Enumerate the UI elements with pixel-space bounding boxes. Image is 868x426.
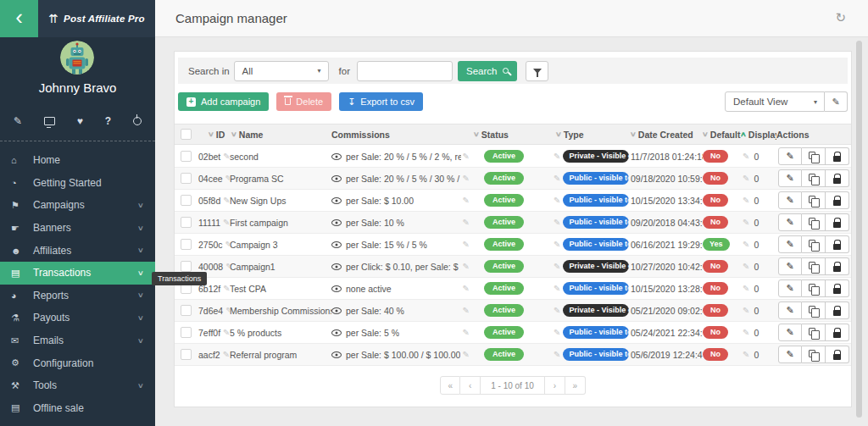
edit-commissions-icon[interactable]: ✎	[463, 196, 470, 205]
sidebar-item-getting-started[interactable]: ◔Getting Started	[0, 172, 155, 195]
edit-button[interactable]: ✎	[778, 346, 802, 363]
pagination-next-button[interactable]: ›	[545, 376, 565, 395]
edit-display-icon[interactable]: ✎	[743, 218, 749, 227]
export-csv-button[interactable]: ↧ Export to csv	[339, 92, 423, 111]
edit-commissions-icon[interactable]: ✎	[463, 306, 470, 315]
edit-button[interactable]: ✎	[778, 213, 802, 231]
sort-icon[interactable]: ∨	[703, 130, 709, 138]
edit-button[interactable]: ✎	[778, 235, 802, 253]
edit-id-icon[interactable]: ✎	[223, 328, 230, 337]
eye-icon[interactable]	[331, 219, 342, 226]
edit-id-icon[interactable]: ✎	[223, 196, 230, 205]
edit-display-icon[interactable]: ✎	[743, 284, 749, 293]
lock-button[interactable]	[826, 257, 849, 275]
edit-id-icon[interactable]: ✎	[223, 218, 230, 227]
edit-button[interactable]: ✎	[778, 147, 802, 165]
sort-icon[interactable]: ∨	[231, 130, 237, 138]
edit-commissions-icon[interactable]: ✎	[463, 284, 470, 293]
row-checkbox[interactable]	[181, 349, 192, 360]
pagination-last-button[interactable]: »	[565, 376, 586, 395]
edit-display-icon[interactable]: ✎	[743, 350, 749, 359]
refresh-icon[interactable]: ↻	[835, 10, 846, 25]
lock-button[interactable]	[826, 213, 849, 231]
copy-button[interactable]	[802, 191, 826, 209]
power-icon[interactable]	[133, 117, 142, 125]
edit-commissions-icon[interactable]: ✎	[463, 152, 470, 161]
sidebar-item-reports[interactable]: ◕Reports∨	[0, 285, 155, 307]
sidebar-item-home[interactable]: ⌂Home	[0, 149, 155, 172]
lock-button[interactable]	[826, 191, 849, 209]
help-icon[interactable]: ?	[105, 115, 111, 127]
edit-commissions-icon[interactable]: ✎	[463, 240, 470, 249]
edit-display-icon[interactable]: ✎	[743, 152, 749, 161]
edit-button[interactable]: ✎	[778, 257, 802, 275]
lock-button[interactable]	[826, 147, 849, 165]
edit-type-icon[interactable]: ✎	[554, 306, 560, 315]
collapse-sidebar-button[interactable]: ‹	[0, 0, 38, 37]
column-header-status[interactable]: Status	[481, 130, 509, 140]
edit-display-icon[interactable]: ✎	[743, 306, 749, 315]
edit-id-icon[interactable]: ✎	[223, 350, 230, 359]
row-checkbox[interactable]	[181, 173, 192, 184]
edit-button[interactable]: ✎	[778, 169, 802, 187]
column-header-default[interactable]: Default	[710, 130, 741, 140]
lock-button[interactable]	[826, 169, 849, 187]
edit-button[interactable]: ✎	[778, 324, 802, 341]
search-button[interactable]: Search	[458, 61, 517, 81]
eye-icon[interactable]	[331, 285, 342, 292]
delete-button[interactable]: Delete	[276, 92, 331, 111]
lock-button[interactable]	[826, 235, 849, 253]
edit-display-icon[interactable]: ✎	[743, 196, 749, 205]
lock-button[interactable]	[826, 324, 849, 341]
sort-icon[interactable]: ∨	[208, 130, 214, 138]
view-select[interactable]: Default View ▾	[725, 91, 825, 112]
sidebar-item-campaigns[interactable]: ⚑Campaigns∨	[0, 194, 155, 217]
sidebar-item-affiliates[interactable]: ☻Affiliates∨	[0, 239, 155, 262]
edit-commissions-icon[interactable]: ✎	[463, 328, 470, 337]
select-all-checkbox[interactable]	[181, 129, 192, 140]
search-input[interactable]	[357, 61, 453, 81]
column-header-display[interactable]: Display	[748, 130, 776, 140]
sidebar-item-payouts[interactable]: ⚗Payouts∨	[0, 307, 155, 329]
edit-display-icon[interactable]: ✎	[743, 262, 749, 271]
edit-type-icon[interactable]: ✎	[554, 196, 560, 205]
row-checkbox[interactable]	[181, 151, 192, 162]
eye-icon[interactable]	[331, 351, 342, 358]
heart-icon[interactable]: ♥	[77, 115, 83, 127]
edit-type-icon[interactable]: ✎	[554, 284, 560, 293]
edit-button[interactable]: ✎	[778, 191, 802, 209]
row-checkbox[interactable]	[181, 195, 192, 206]
sort-ascending-icon[interactable]: ∧	[741, 130, 747, 138]
sort-icon[interactable]: ∨	[630, 130, 637, 138]
sort-icon[interactable]: ∨	[473, 130, 480, 138]
row-checkbox[interactable]	[181, 239, 192, 250]
copy-button[interactable]	[802, 324, 826, 341]
edit-type-icon[interactable]: ✎	[554, 328, 560, 337]
sidebar-item-configuration[interactable]: ⚙Configuration	[0, 351, 155, 374]
edit-button[interactable]: ✎	[778, 279, 802, 297]
lock-button[interactable]	[826, 302, 849, 319]
copy-button[interactable]	[802, 147, 826, 165]
column-header-name[interactable]: Name	[239, 130, 264, 140]
eye-icon[interactable]	[331, 175, 342, 182]
edit-commissions-icon[interactable]: ✎	[463, 350, 470, 359]
copy-button[interactable]	[802, 235, 826, 253]
row-checkbox[interactable]	[181, 327, 192, 338]
sidebar-item-tools[interactable]: ⚒Tools∨	[0, 374, 155, 397]
copy-button[interactable]	[802, 213, 826, 231]
column-header-date-created[interactable]: Date Created	[638, 130, 693, 140]
edit-type-icon[interactable]: ✎	[554, 350, 560, 359]
eye-icon[interactable]	[331, 241, 342, 248]
copy-button[interactable]	[802, 169, 826, 187]
edit-type-icon[interactable]: ✎	[554, 174, 560, 183]
copy-button[interactable]	[802, 302, 826, 319]
monitor-icon[interactable]	[44, 117, 55, 125]
sidebar-item-transactions[interactable]: ▤Transactions∨	[0, 262, 155, 285]
eye-icon[interactable]	[331, 329, 342, 336]
edit-type-icon[interactable]: ✎	[554, 240, 560, 249]
scrollbar[interactable]	[856, 41, 862, 418]
row-checkbox[interactable]	[181, 305, 192, 316]
sidebar-item-emails[interactable]: ✉Emails∨	[0, 329, 155, 352]
edit-commissions-icon[interactable]: ✎	[463, 174, 470, 183]
sidebar-item-offline-sale[interactable]: ▤Offline sale	[0, 397, 155, 420]
